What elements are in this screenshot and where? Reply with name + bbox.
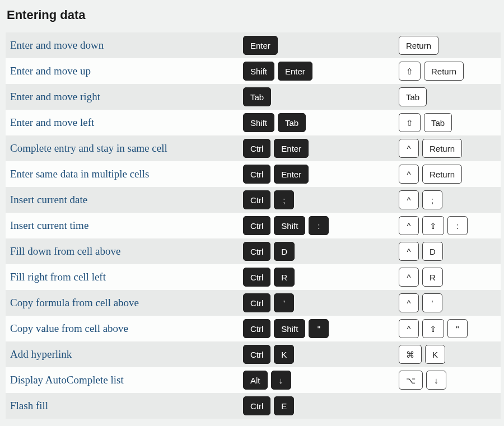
mac-keys: ^⇧: — [399, 216, 501, 235]
table-row: Fill right from cell leftCtrlR^R — [6, 264, 501, 290]
key: K — [425, 345, 445, 364]
shortcut-link[interactable]: Enter and move up — [10, 65, 91, 77]
table-row: Flash fillCtrlE — [6, 393, 501, 419]
key: Tab — [424, 113, 452, 132]
mac-keys: ^; — [399, 190, 501, 209]
key: R — [274, 268, 295, 287]
windows-keys: CtrlEnter — [243, 139, 399, 158]
shortcut-name: Enter and move up — [6, 65, 243, 77]
mac-keys: Tab — [399, 87, 501, 106]
table-row: Enter and move downEnterReturn — [6, 32, 501, 58]
key: Ctrl — [243, 165, 270, 184]
key: ⇧ — [422, 216, 444, 235]
key: ⌘ — [399, 345, 422, 364]
mac-keys: ^Return — [399, 165, 501, 184]
shortcut-link[interactable]: Copy formula from cell above — [10, 297, 139, 308]
key: Shift — [274, 216, 305, 235]
shortcut-link[interactable]: Fill down from cell above — [10, 245, 120, 257]
section-title: Entering data — [7, 8, 501, 22]
shortcut-link[interactable]: Complete entry and stay in same cell — [10, 142, 167, 154]
key: ⇧ — [399, 113, 421, 132]
shortcut-link[interactable]: Enter and move right — [10, 91, 100, 102]
windows-keys: CtrlE — [243, 396, 399, 415]
shortcut-name: Complete entry and stay in same cell — [6, 142, 243, 155]
key: Shift — [243, 62, 274, 81]
mac-keys: ⌘K — [399, 345, 501, 364]
shortcut-link[interactable]: Enter same data in multiple cells — [10, 168, 150, 180]
shortcut-name: Enter and move right — [6, 91, 243, 103]
key: ^ — [399, 190, 419, 209]
windows-keys: Tab — [243, 87, 399, 106]
shortcut-link[interactable]: Display AutoComplete list — [10, 374, 124, 386]
key: Ctrl — [243, 216, 270, 235]
mac-keys: ^⇧" — [399, 319, 501, 338]
windows-keys: CtrlShift" — [243, 319, 399, 338]
key: ⌥ — [399, 371, 423, 390]
mac-keys: ^Return — [399, 139, 501, 158]
mac-keys: ⇧Return — [399, 62, 501, 81]
table-row: Insert current timeCtrlShift:^⇧: — [6, 213, 501, 238]
shortcut-name: Insert current date — [6, 194, 243, 206]
table-row: Insert current dateCtrl;^; — [6, 187, 501, 213]
key: ^ — [399, 165, 419, 184]
windows-keys: Enter — [243, 36, 399, 55]
key: Ctrl — [243, 268, 270, 287]
shortcut-name: Fill right from cell left — [6, 271, 243, 283]
shortcut-name: Fill down from cell above — [6, 245, 243, 258]
key: Return — [399, 36, 438, 55]
key: ^ — [399, 319, 419, 338]
windows-keys: Ctrl' — [243, 293, 399, 312]
shortcut-name: Flash fill — [6, 400, 243, 412]
key: ; — [274, 190, 294, 209]
key: Ctrl — [243, 345, 270, 364]
windows-keys: ShiftEnter — [243, 62, 399, 81]
key: Ctrl — [243, 242, 270, 261]
shortcut-link[interactable]: Insert current date — [10, 194, 87, 205]
shortcut-name: Insert current time — [6, 219, 243, 232]
key: K — [274, 345, 294, 364]
shortcut-link[interactable]: Enter and move down — [10, 39, 104, 51]
shortcut-name: Add hyperlink — [6, 348, 243, 361]
mac-keys: ^D — [399, 242, 501, 261]
shortcut-link[interactable]: Enter and move left — [10, 116, 94, 128]
shortcut-link[interactable]: Flash fill — [10, 400, 48, 411]
table-row: Copy formula from cell aboveCtrl'^' — [6, 290, 501, 316]
mac-keys: ⇧Tab — [399, 113, 501, 132]
key: ↓ — [271, 371, 291, 390]
table-row: Complete entry and stay in same cellCtrl… — [6, 135, 501, 161]
table-row: Fill down from cell aboveCtrlD^D — [6, 238, 501, 264]
shortcut-name: Copy value from cell above — [6, 322, 243, 335]
shortcut-link[interactable]: Copy value from cell above — [10, 322, 128, 334]
key: Tab — [278, 113, 306, 132]
key: D — [274, 242, 295, 261]
key: ' — [274, 293, 294, 312]
windows-keys: CtrlShift: — [243, 216, 399, 235]
shortcut-name: Display AutoComplete list — [6, 374, 243, 386]
shortcut-name: Enter and move left — [6, 116, 243, 129]
key: ^ — [399, 268, 419, 287]
key: : — [309, 216, 329, 235]
table-row: Enter same data in multiple cellsCtrlEnt… — [6, 161, 501, 187]
key: Enter — [278, 62, 312, 81]
windows-keys: ShiftTab — [243, 113, 399, 132]
key: ; — [422, 190, 442, 209]
key: ' — [422, 293, 442, 312]
windows-keys: CtrlEnter — [243, 165, 399, 184]
key: Ctrl — [243, 293, 270, 312]
key: E — [274, 396, 294, 415]
windows-keys: Alt↓ — [243, 371, 399, 390]
shortcut-link[interactable]: Add hyperlink — [10, 348, 72, 360]
table-row: Enter and move leftShiftTab⇧Tab — [6, 110, 501, 135]
key: ^ — [399, 242, 419, 261]
key: ⇧ — [422, 319, 444, 338]
key: Shift — [243, 113, 274, 132]
shortcut-name: Enter and move down — [6, 39, 243, 52]
key: Alt — [243, 371, 268, 390]
shortcut-link[interactable]: Fill right from cell left — [10, 271, 106, 283]
shortcut-link[interactable]: Insert current time — [10, 219, 88, 231]
key: Enter — [243, 36, 278, 55]
key: : — [447, 216, 468, 235]
key: Enter — [274, 165, 309, 184]
key: Ctrl — [243, 190, 270, 209]
key: Return — [422, 139, 462, 158]
